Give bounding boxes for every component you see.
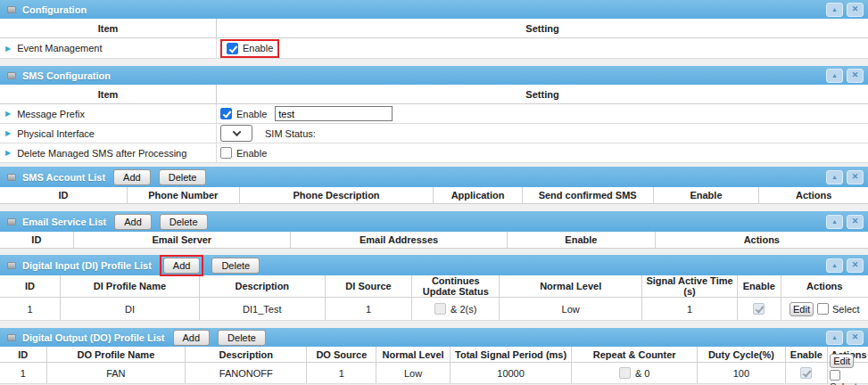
section-sms-configuration: SMS Configuration ▲ ✕ Item Setting ▶ Mes… <box>0 66 868 163</box>
column-header: DO Source <box>307 347 376 362</box>
close-icon: ✕ <box>852 261 859 269</box>
cell-duty-cycle: 100 <box>698 363 785 383</box>
collapse-icon: ▲ <box>831 174 838 180</box>
row-delete-managed-sms: ▶ Delete Managed SMS after Processing En… <box>0 143 868 163</box>
collapse-button[interactable]: ▲ <box>826 331 843 345</box>
sim-status-label: SIM Status: <box>265 128 316 139</box>
section-sms-account-list: SMS Account List Add Delete ▲ ✕ ID Phone… <box>0 167 868 204</box>
repeat-counter-value: & 0 <box>635 368 650 379</box>
close-button[interactable]: ✕ <box>847 215 864 229</box>
collapse-button[interactable]: ▲ <box>826 215 843 229</box>
column-header: Total Signal Period (ms) <box>451 347 572 362</box>
edit-button[interactable]: Edit <box>830 354 854 368</box>
column-header: Description <box>200 275 326 297</box>
column-header: Normal Level <box>500 275 642 297</box>
item-header: Item <box>0 85 217 103</box>
column-header: ID <box>0 347 47 362</box>
cell-description: FANONOFF <box>186 363 307 383</box>
column-header: Description <box>186 347 307 362</box>
column-header: Actions <box>781 275 868 297</box>
enable-checkbox <box>753 303 765 315</box>
message-prefix-input[interactable] <box>275 106 393 121</box>
section-icon <box>7 72 16 79</box>
select-checkbox[interactable] <box>817 303 829 315</box>
section-bar: Configuration ▲ ✕ <box>0 0 868 19</box>
section-title: Digital Input (DI) Profile List <box>22 260 152 271</box>
column-header: Email Server <box>74 232 291 248</box>
enable-label: Enable <box>236 109 267 119</box>
event-management-enable-checkbox[interactable] <box>227 43 238 54</box>
add-button[interactable]: Add <box>114 214 152 230</box>
section-do-profile-list: Digital Output (DO) Profile List Add Del… <box>0 328 868 384</box>
add-button[interactable]: Add <box>173 330 211 346</box>
repeat-counter-checkbox <box>619 367 631 379</box>
column-header: DO Profile Name <box>47 347 186 362</box>
section-title: Configuration <box>22 4 87 15</box>
chevron-down-icon <box>232 127 241 136</box>
section-title: Email Service List <box>22 217 106 227</box>
row-physical-interface: ▶ Physical Interface SIM Status: <box>0 124 868 143</box>
column-header: ID <box>0 275 61 297</box>
collapse-icon: ▲ <box>831 6 838 12</box>
edit-button[interactable]: Edit <box>789 302 814 316</box>
section-title: SMS Account List <box>22 172 105 183</box>
close-button[interactable]: ✕ <box>847 3 864 17</box>
cell-id: 1 <box>0 298 61 320</box>
close-button[interactable]: ✕ <box>847 170 864 184</box>
section-bar: Email Service List Add Delete ▲ ✕ <box>0 211 868 232</box>
collapse-icon: ▲ <box>831 262 838 268</box>
delete-button[interactable]: Delete <box>211 258 260 274</box>
setting-header: Setting <box>217 19 868 37</box>
section-title: SMS Configuration <box>22 70 111 81</box>
collapse-button[interactable]: ▲ <box>826 258 843 273</box>
continues-update-checkbox <box>434 303 446 315</box>
row-arrow-icon: ▶ <box>5 129 11 137</box>
cell-signal-active-time: 1 <box>642 298 738 320</box>
column-header: Send confirmed SMS <box>523 187 654 203</box>
delete-managed-sms-enable-checkbox[interactable] <box>220 147 232 159</box>
row-label: Physical Interface <box>17 128 95 139</box>
cell-enable <box>786 363 829 383</box>
delete-button[interactable]: Delete <box>159 169 207 185</box>
close-icon: ✕ <box>852 217 859 225</box>
collapse-button[interactable]: ▲ <box>826 69 843 83</box>
add-button[interactable]: Add <box>113 169 151 185</box>
enable-checkbox <box>800 367 812 379</box>
select-checkbox[interactable] <box>830 370 840 381</box>
column-header: Actions <box>759 187 868 203</box>
collapse-button[interactable]: ▲ <box>826 3 843 17</box>
physical-interface-select[interactable] <box>220 125 252 142</box>
collapse-button[interactable]: ▲ <box>826 170 843 184</box>
column-header: Enable <box>654 187 760 203</box>
add-button[interactable]: Add <box>163 258 201 274</box>
cell-enable <box>738 298 781 320</box>
column-header: ID <box>0 187 128 203</box>
section-icon <box>7 218 16 225</box>
delete-button[interactable]: Delete <box>218 330 266 346</box>
item-header: Item <box>0 19 217 37</box>
message-prefix-enable-checkbox[interactable] <box>220 108 232 119</box>
section-icon <box>7 6 16 13</box>
cell-id: 1 <box>0 363 47 383</box>
highlight-box: Add <box>160 255 204 276</box>
row-arrow-icon: ▶ <box>5 110 11 118</box>
cell-di-source: 1 <box>326 298 412 320</box>
cell-do-source: 1 <box>307 363 376 383</box>
close-button[interactable]: ✕ <box>847 331 864 345</box>
section-icon <box>7 262 16 269</box>
column-header: Enable <box>786 347 829 362</box>
column-header: DI Profile Name <box>61 275 200 297</box>
column-header: Enable <box>508 232 655 248</box>
section-configuration: Configuration ▲ ✕ Item Setting ▶ Event M… <box>0 0 868 59</box>
close-button[interactable]: ✕ <box>847 69 864 83</box>
column-header: Repeat & Counter <box>572 347 698 362</box>
close-button[interactable]: ✕ <box>847 258 864 273</box>
column-header: DI Source <box>326 275 412 297</box>
column-header: ID <box>0 232 74 248</box>
collapse-icon: ▲ <box>831 72 838 78</box>
column-header: Email Addresses <box>291 232 508 248</box>
cell-continues-update: & 2(s) <box>412 298 500 320</box>
delete-button[interactable]: Delete <box>160 214 208 230</box>
select-label: Select <box>832 304 860 315</box>
setting-header: Setting <box>217 85 868 103</box>
